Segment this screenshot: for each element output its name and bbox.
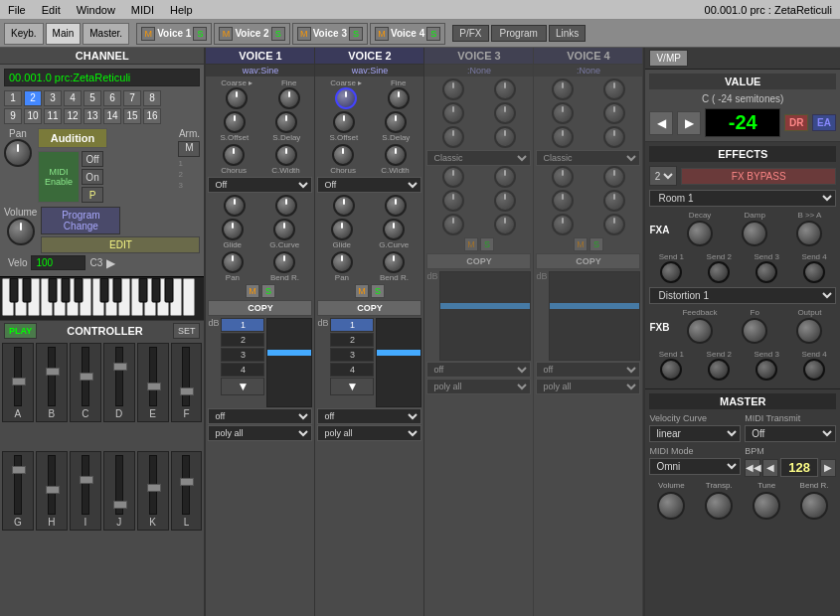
voice1-step-2[interactable]: 2 [221,333,264,347]
voice2-glide-knob[interactable] [331,219,353,240]
midi-enable-button[interactable]: MIDIEnable [38,151,80,203]
num-15[interactable]: 15 [123,108,141,124]
audition-button[interactable]: Audition [38,128,107,148]
voice4-dd2[interactable]: poly all [536,379,640,394]
v4k3[interactable] [552,102,574,124]
voice3-filter-dropdown[interactable]: Classic [426,150,531,166]
voice2-chorus-knob[interactable] [332,144,354,166]
voice2-step-3[interactable]: 3 [330,348,374,362]
num-9[interactable]: 9 [4,108,22,124]
ctrl-G[interactable]: G [2,451,34,531]
voice3-s-btn[interactable]: S [349,27,363,41]
voice1-coarse-knob[interactable] [226,87,248,109]
v3k3[interactable] [442,102,464,124]
midi-transmit-dropdown[interactable]: Off [745,425,836,442]
voice2-m-btn[interactable]: M [219,27,233,41]
voice2-bendr-knob[interactable] [383,251,405,273]
voice1-s-btn[interactable]: S [193,27,207,41]
menu-file[interactable]: File [0,4,34,16]
voice1-env1-knob[interactable] [224,195,246,217]
bpm-prev-btn[interactable]: ◀◀ [745,459,760,477]
voice2-sdelay-knob[interactable] [385,111,407,133]
main-button[interactable]: Main [46,23,82,45]
voice4-wav[interactable]: :None [534,65,642,77]
voice2-down-btn[interactable]: ▼ [330,378,374,395]
voice2-bottom-dd2[interactable]: poly all [317,425,421,441]
voice3-dd1[interactable]: off [426,362,531,378]
off-btn[interactable]: Off [82,151,103,167]
voice3-m-btn[interactable]: M [297,27,311,41]
voice3-dd2[interactable]: poly all [426,379,531,394]
num-5[interactable]: 5 [84,90,101,106]
fxa-dropdown[interactable]: Room 1 [649,190,836,207]
voice1-bottom-dd1[interactable]: off [208,408,312,424]
p-btn[interactable]: P [82,187,103,203]
v4k11[interactable] [552,214,574,235]
fxb-send1-knob[interactable] [660,359,682,381]
fxb-send4-knob[interactable] [803,359,825,381]
menu-window[interactable]: Window [69,4,123,16]
fxb-output-knob[interactable] [796,318,822,344]
ctrl-F[interactable]: F [171,343,203,422]
voice2-copy-button[interactable]: COPY [317,300,421,316]
num-1[interactable]: 1 [4,90,22,106]
num-16[interactable]: 16 [143,108,161,124]
fxb-send3-knob[interactable] [756,359,777,381]
v3k2[interactable] [494,78,516,100]
voice1-down-btn[interactable]: ▼ [221,378,264,395]
ctrl-J[interactable]: J [103,451,135,531]
keyb-button[interactable]: Keyb. [4,23,44,45]
voice1-cwidth-knob[interactable] [275,144,297,166]
voice1-m-btn[interactable]: M [141,27,155,41]
v3k4[interactable] [494,102,516,124]
fxa-decay-knob[interactable] [687,221,713,246]
voice2-env2-knob[interactable] [385,195,407,217]
voice1-fader[interactable] [266,318,312,407]
voice1-fine-knob[interactable] [278,87,300,109]
ctrl-E[interactable]: E [137,343,169,422]
voice1-soffset-knob[interactable] [224,111,246,133]
v3k11[interactable] [442,214,464,235]
fxb-feedback-knob[interactable] [687,318,713,344]
piano-keyboard[interactable] [0,276,204,320]
voice2-bottom-dd1[interactable]: off [317,408,421,424]
fxb-fo-knob[interactable] [742,318,767,344]
voice1-pan-knob[interactable] [222,251,244,273]
voice3-fader[interactable] [439,271,531,361]
num-12[interactable]: 12 [64,108,82,124]
v3k12[interactable] [494,214,516,235]
set-button[interactable]: SET [173,323,201,339]
ctrl-I[interactable]: I [70,451,101,531]
voice1-step-3[interactable]: 3 [221,348,264,362]
voice1-m-btn[interactable]: M [246,284,259,298]
voice2-step-4[interactable]: 4 [330,363,374,377]
play-button[interactable]: PLAY [4,323,37,339]
fxa-send2-knob[interactable] [708,261,730,283]
v3k7[interactable] [442,166,464,188]
ctrl-C[interactable]: C [70,343,101,422]
voice2-wav[interactable]: wav:Sine [315,65,423,77]
menu-edit[interactable]: Edit [34,4,69,16]
voice2-step-1[interactable]: 1 [330,318,374,332]
vol-knob[interactable] [7,218,35,245]
voice2-fine-knob[interactable] [388,87,410,109]
num-14[interactable]: 14 [103,108,121,124]
pan-knob[interactable] [4,139,32,167]
master-button[interactable]: Master. [83,23,129,45]
ctrl-B[interactable]: B [36,343,68,422]
fxb-send2-knob[interactable] [708,359,730,381]
voice2-cwidth-knob[interactable] [385,144,407,166]
ctrl-L[interactable]: L [171,451,203,531]
v4k7[interactable] [552,166,574,188]
voice1-chorus-knob[interactable] [223,144,245,166]
v3k5[interactable] [442,126,464,148]
v4-s[interactable]: S [589,237,603,251]
voice1-s-btn[interactable]: S [261,284,275,298]
v4k10[interactable] [603,190,625,212]
v3k1[interactable] [442,78,464,100]
ctrl-K[interactable]: K [137,451,169,531]
voice1-sdelay-knob[interactable] [275,111,297,133]
pfx-tab[interactable]: P/FX [452,25,488,42]
num-10[interactable]: 10 [24,108,42,124]
voice2-soffset-knob[interactable] [333,111,355,133]
